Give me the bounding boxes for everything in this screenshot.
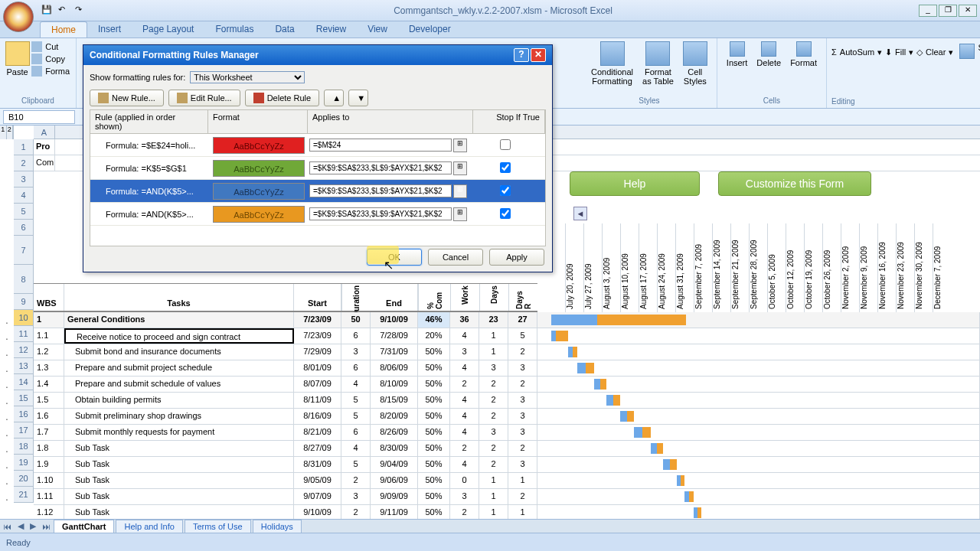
row-header[interactable]: 12 — [14, 342, 33, 358]
clear-button[interactable]: ◇ Clear ▾ — [916, 47, 953, 58]
outline-dot[interactable]: · — [2, 429, 12, 441]
outline-dot[interactable]: · — [2, 332, 12, 344]
range-picker-icon[interactable]: ⊞ — [453, 161, 467, 175]
name-box[interactable]: B10 — [3, 110, 75, 124]
range-picker-icon[interactable]: ⊞ — [453, 184, 467, 198]
task-row[interactable]: 1.4Prepare and submit schedule of values… — [34, 377, 980, 393]
outline-controls[interactable]: 12 — [0, 126, 14, 139]
customize-button[interactable]: Customize this Form — [718, 171, 871, 196]
row-headers[interactable]: 123456789101112131415161718192021 — [14, 139, 34, 503]
sheet-tab[interactable]: GanttChart — [54, 520, 114, 533]
stop-checkbox[interactable] — [500, 185, 511, 196]
task-row[interactable]: 1.8Sub Task8/27/0948/30/0950%222 — [34, 441, 980, 457]
task-row[interactable]: 1.2Submit bond and insurance documents7/… — [34, 344, 980, 360]
delete-button[interactable]: Delete — [752, 40, 786, 69]
dialog-help-button[interactable]: ? — [514, 48, 529, 62]
help-button[interactable]: Help — [570, 171, 700, 196]
row-header[interactable]: 17 — [14, 422, 33, 439]
office-button[interactable] — [3, 2, 34, 32]
ribbon-tab-review[interactable]: Review — [305, 21, 357, 37]
stop-checkbox[interactable] — [500, 208, 511, 219]
conditional-formatting-button[interactable]: Conditional Formatting — [586, 40, 638, 87]
cell-styles-button[interactable]: Cell Styles — [678, 40, 712, 87]
dialog-titlebar[interactable]: Conditional Formatting Rules Manager ? ✕ — [83, 45, 552, 65]
outline-dot[interactable]: · — [2, 316, 12, 328]
row-header[interactable]: 7 — [14, 236, 33, 265]
outline-dot[interactable]: · — [2, 364, 12, 377]
row-header[interactable]: 4 — [14, 187, 33, 204]
outline-dot[interactable]: · — [2, 380, 12, 393]
paste-button[interactable]: Paste — [5, 40, 30, 78]
cell-a2[interactable]: Com — [34, 155, 55, 171]
range-picker-icon[interactable]: ⊞ — [453, 139, 467, 152]
tab-nav-prev[interactable]: ◀ — [15, 521, 27, 531]
delete-rule-button[interactable]: Delete Rule — [245, 90, 319, 106]
row-header[interactable]: 2 — [14, 155, 33, 171]
row-header[interactable]: 16 — [14, 406, 33, 422]
sheet-tab[interactable]: Holidays — [253, 520, 302, 533]
dialog-close-button[interactable]: ✕ — [531, 48, 546, 62]
outline-dot[interactable]: · — [2, 445, 12, 457]
rule-row[interactable]: Formula: =AND(K$5>...AaBbCcYyZz=$K$9:$SA… — [90, 180, 545, 203]
rules-list[interactable]: Formula: =$E$24=holi...AaBbCcYyZz=$M$24⊞… — [90, 133, 546, 246]
autosum-button[interactable]: Σ AutoSum ▾ — [831, 47, 882, 58]
close-button[interactable]: ✕ — [959, 5, 977, 17]
cut-button[interactable]: Cut — [31, 41, 70, 52]
task-row[interactable]: 1.3Prepare and submit project schedule8/… — [34, 360, 980, 377]
row-header[interactable]: 6 — [14, 220, 33, 236]
undo-icon[interactable]: ↶ — [58, 5, 70, 17]
insert-button[interactable]: Insert — [722, 40, 753, 69]
tab-nav-next[interactable]: ▶ — [27, 521, 39, 531]
save-icon[interactable]: 💾 — [41, 5, 54, 17]
copy-button[interactable]: Copy — [31, 54, 70, 64]
outline-dot[interactable]: · — [2, 396, 12, 409]
row-header[interactable]: 13 — [14, 358, 33, 374]
task-row[interactable]: 1.7Submit monthly requests for payment8/… — [34, 425, 980, 441]
range-picker-icon[interactable]: ⊞ — [453, 207, 467, 221]
task-row[interactable]: 1.11Sub Task9/07/0939/09/0950%312 — [34, 489, 980, 505]
row-header[interactable]: 10 — [14, 310, 33, 326]
sort-filter-button[interactable]: Sort & Filter — [959, 41, 980, 63]
rule-row[interactable]: Formula: =K$5=$G$1AaBbCcYyZz=$K$9:$SA$23… — [90, 157, 545, 180]
stop-checkbox[interactable] — [500, 139, 511, 150]
restore-button[interactable]: ❐ — [939, 5, 957, 17]
format-button[interactable]: Format — [786, 40, 822, 69]
task-row[interactable]: 1.6Submit preliminary shop drawings8/16/… — [34, 409, 980, 425]
cancel-button[interactable]: Cancel — [428, 249, 483, 266]
row-header[interactable]: 20 — [14, 471, 33, 487]
outline-dot[interactable]: · — [2, 477, 12, 489]
task-row[interactable]: 1.1Receive notice to proceed and sign co… — [34, 328, 980, 344]
ribbon-tab-developer[interactable]: Developer — [398, 21, 462, 37]
ribbon-tab-view[interactable]: View — [357, 21, 398, 37]
row-header[interactable]: 1 — [14, 139, 33, 155]
format-painter-button[interactable]: Forma — [31, 66, 70, 77]
row-header[interactable]: 9 — [14, 294, 33, 310]
row-header[interactable]: 14 — [14, 374, 33, 390]
move-up-button[interactable]: ▲ — [324, 90, 344, 106]
row-header[interactable]: 11 — [14, 326, 33, 342]
ribbon-tab-home[interactable]: Home — [40, 21, 87, 37]
task-row[interactable]: 1.9Sub Task8/31/0959/04/0950%423 — [34, 457, 980, 473]
row-header[interactable]: 19 — [14, 455, 33, 471]
row-header[interactable]: 8 — [14, 265, 33, 294]
stop-checkbox[interactable] — [500, 162, 511, 173]
fill-button[interactable]: ⬇ Fill ▾ — [885, 47, 913, 58]
tab-nav-first[interactable]: ⏮ — [0, 522, 15, 531]
apply-button[interactable]: Apply — [489, 249, 544, 266]
outline-dot[interactable]: · — [2, 412, 12, 425]
ribbon-tab-data[interactable]: Data — [264, 21, 305, 37]
row-header[interactable]: 18 — [14, 439, 33, 455]
format-as-table-button[interactable]: Format as Table — [638, 40, 678, 87]
outline-dot[interactable]: · — [2, 461, 12, 473]
task-row[interactable]: 1.10Sub Task9/05/0929/06/0950%011 — [34, 473, 980, 489]
task-row[interactable]: 1General Conditions7/23/09509/10/0946%36… — [34, 312, 980, 328]
row-header[interactable]: 5 — [14, 204, 33, 220]
task-row[interactable]: 1.5Obtain building permits8/11/0958/15/0… — [34, 393, 980, 409]
sheet-tab[interactable]: Help and Info — [116, 520, 182, 533]
row-header[interactable]: 3 — [14, 171, 33, 187]
minimize-button[interactable]: _ — [919, 5, 937, 17]
sheet-tab[interactable]: Terms of Use — [185, 520, 251, 533]
tab-nav-last[interactable]: ⏭ — [39, 522, 54, 531]
outline-dot[interactable]: · — [2, 493, 12, 505]
show-for-select[interactable]: This Worksheet — [190, 71, 305, 83]
